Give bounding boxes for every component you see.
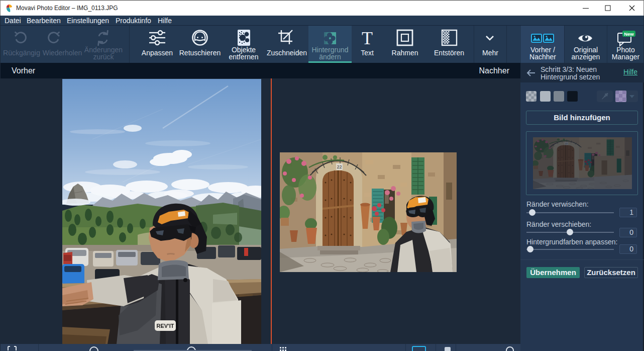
svg-text:REV'IT: REV'IT [156, 323, 174, 329]
svg-text:22: 22 [337, 164, 342, 169]
svg-text:T: T [362, 28, 373, 48]
svg-text:New: New [624, 31, 634, 37]
